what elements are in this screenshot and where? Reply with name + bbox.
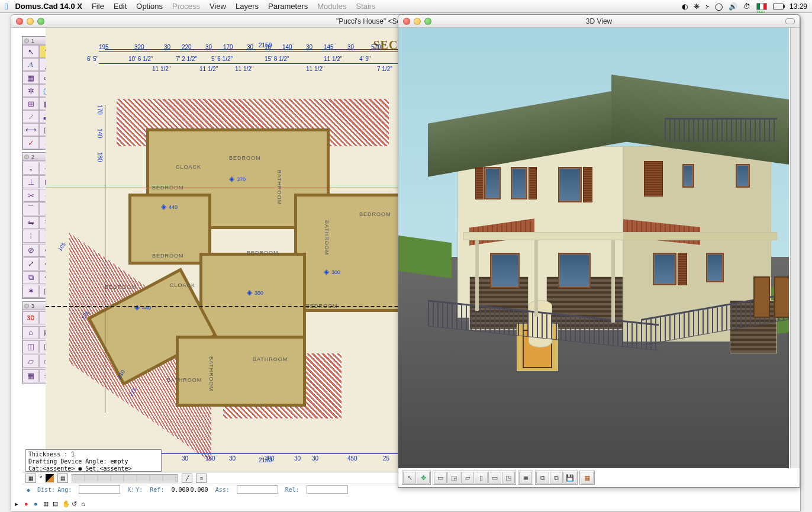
micro-tool[interactable]: ⊟ (53, 500, 61, 508)
micro-tool[interactable]: ↺ (72, 500, 80, 508)
select-3d-tool[interactable]: ↖ (403, 472, 416, 484)
status-box: Thickness : 1 Drafting Device Angle: emp… (25, 449, 162, 472)
menu-layers[interactable]: Layers (236, 2, 259, 11)
view-back-icon[interactable]: ▭ (488, 472, 501, 484)
palette-collapse-icon[interactable] (24, 38, 29, 43)
micro-tool[interactable]: ⊞ (43, 500, 51, 508)
3d-view-titlebar[interactable]: 3D View (398, 15, 800, 28)
clock-icon[interactable]: ⏱ (743, 2, 750, 11)
dist-field[interactable] (79, 485, 120, 494)
home-tool[interactable]: ⌂ (22, 326, 39, 339)
ass-field[interactable] (237, 485, 278, 494)
micro-tool[interactable]: ⌂ (81, 500, 89, 508)
material-icon[interactable]: ▦ (581, 472, 594, 484)
mirror-tool[interactable]: ⇋ (22, 216, 39, 229)
dim-total-bottom: 2150 (259, 457, 272, 463)
rel-field[interactable] (307, 485, 348, 494)
app-name[interactable]: Domus.Cad 14.0 X (15, 2, 82, 11)
input-flag-icon[interactable] (756, 3, 767, 10)
menu-file[interactable]: File (92, 2, 104, 11)
apple-menu-icon[interactable]:  (5, 1, 8, 11)
menulet-icon[interactable]: ❋ (694, 2, 700, 11)
ass-label: Ass: (215, 487, 230, 493)
toggle-icon[interactable]: ▦ (25, 474, 36, 483)
linestyle-icon[interactable]: ╱ (182, 474, 192, 483)
view-side-icon[interactable]: ▯ (475, 472, 488, 484)
scale-tool[interactable]: ⤢ (22, 257, 39, 271)
close-button[interactable] (16, 18, 23, 25)
material-tool[interactable]: ▦ (22, 369, 39, 382)
volume-icon[interactable]: 🔊 (729, 2, 737, 11)
marker-icon[interactable]: ◆ (27, 487, 30, 493)
fillet-tool[interactable]: ⌒ (22, 202, 39, 215)
select-tool[interactable]: ↖ (22, 45, 39, 58)
layers-3d-icon[interactable]: ≣ (519, 472, 532, 484)
lineweight-icon[interactable]: ≡ (196, 474, 207, 483)
menu-edit[interactable]: Edit (114, 2, 127, 11)
pan-3d-tool[interactable]: ✥ (417, 472, 430, 484)
view-iso-icon[interactable]: ◲ (447, 472, 460, 484)
menu-process[interactable]: Process (172, 2, 200, 11)
micro-tool[interactable]: ● (34, 500, 42, 508)
palette-collapse-icon[interactable] (24, 304, 29, 308)
color-swatch[interactable] (46, 474, 54, 482)
dim-value: 4' 9" (359, 56, 370, 62)
window-tool[interactable]: ⊞ (22, 97, 39, 110)
menubar-clock[interactable]: 13:29 (790, 2, 807, 11)
copy-view-icon[interactable]: ⧉ (536, 472, 549, 484)
minimize-button[interactable] (27, 18, 34, 25)
dim-value: 170 (96, 105, 103, 115)
text-tool[interactable]: A (22, 58, 39, 71)
zoom-button[interactable] (37, 18, 44, 25)
view-persp-icon[interactable]: ◳ (502, 472, 515, 484)
micro-tool[interactable]: ▸ (15, 500, 23, 508)
room-label: BEDROOM (105, 284, 137, 290)
dim-value: 7 1/2" (377, 66, 392, 72)
dim-value: 570 (371, 44, 381, 50)
room-label: BEDROOM (229, 155, 261, 161)
copy-tool[interactable]: ⧉ (22, 271, 39, 284)
zoom-button[interactable] (424, 18, 431, 25)
menu-options[interactable]: Options (136, 2, 163, 11)
menu-parameters[interactable]: Parameters (268, 2, 308, 11)
snap-end-tool[interactable]: ⸼ (22, 162, 39, 175)
flag-tool[interactable]: ✓ (22, 136, 39, 149)
fill-icon[interactable]: ▤ (57, 474, 68, 483)
wireframe-tool[interactable]: ▱ (22, 355, 39, 368)
trim-tool[interactable]: ✂ (22, 189, 39, 202)
dim-value: 195 (99, 44, 109, 50)
menu-stairs[interactable]: Stairs (356, 2, 375, 11)
render-tool[interactable]: ◫ (22, 340, 39, 353)
palette-collapse-icon[interactable] (24, 154, 29, 159)
menu-view[interactable]: View (210, 2, 226, 11)
menu-modules[interactable]: Modules (317, 2, 346, 11)
break-tool[interactable]: ⊘ (22, 244, 39, 257)
minimize-button[interactable] (414, 18, 421, 25)
dim-value: 30 (347, 44, 354, 50)
toolbar-toggle-icon[interactable] (785, 18, 795, 24)
explode-tool[interactable]: ✶ (22, 285, 39, 298)
display-icon[interactable]: ◯ (715, 2, 723, 11)
roof-tool[interactable]: ⟋ (22, 110, 39, 123)
menulet-icon[interactable]: ◐ (682, 2, 688, 11)
pattern-slider[interactable] (72, 474, 178, 482)
bluetooth-icon[interactable]: ᚛ (705, 2, 709, 11)
save-view-icon[interactable]: 💾 (563, 472, 576, 484)
array-tool[interactable]: ⦙ (22, 230, 39, 243)
battery-icon[interactable] (773, 4, 784, 9)
3d-viewport[interactable] (398, 28, 789, 468)
measure-tool[interactable]: ⟷ (22, 123, 39, 136)
view-top-icon[interactable]: ▱ (461, 472, 474, 484)
micro-tool[interactable]: ✋ (62, 500, 70, 508)
micro-tool[interactable]: ● (24, 500, 33, 508)
close-button[interactable] (403, 18, 410, 25)
hatch-tool[interactable]: ▦ (22, 71, 39, 84)
duplicate-view-icon[interactable]: ⧉ (550, 472, 563, 484)
dim-value: 220 (182, 44, 192, 50)
ortho-tool[interactable]: ⊥ (22, 175, 39, 188)
symbol-tool[interactable]: ✲ (22, 84, 39, 97)
vertical-scrollbar[interactable] (790, 28, 800, 468)
room-label: BATHROOM (208, 356, 214, 391)
3d-view-tool[interactable]: 3D (22, 311, 39, 324)
view-front-icon[interactable]: ▭ (434, 472, 447, 484)
